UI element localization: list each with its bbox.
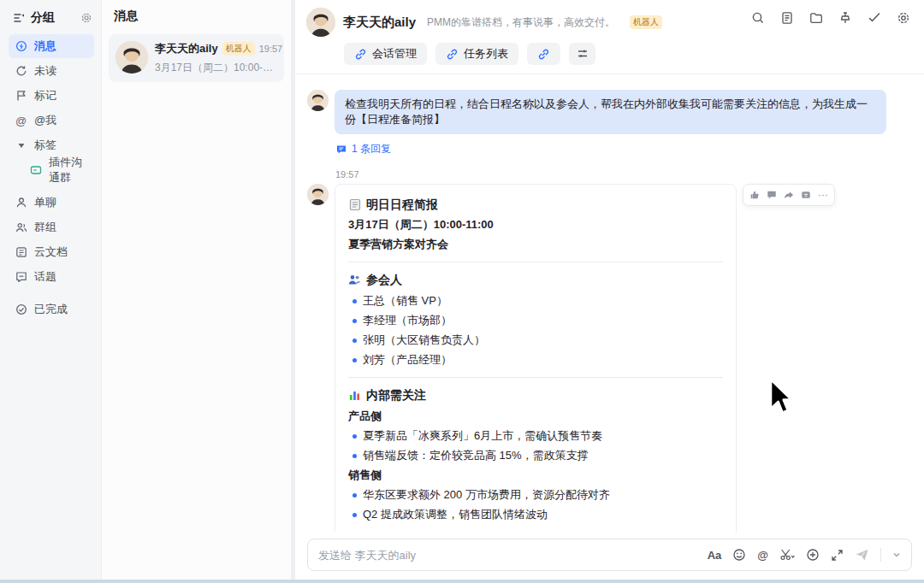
- reply-count-link[interactable]: 1 条回复: [335, 142, 924, 156]
- chat-title: 李天天的aily: [343, 15, 416, 31]
- sidebar-item-labels[interactable]: 标签: [9, 133, 94, 157]
- window-bottom-edge: [0, 580, 924, 583]
- list-item: 李经理（市场部）: [348, 312, 723, 329]
- more-shortcuts-button[interactable]: [569, 43, 595, 65]
- card-datetime: 3月17日（周二）10:00-11:00: [348, 215, 723, 233]
- chat-item-preview: 3月17日（周二）10:00-11:00 夏季营…: [155, 61, 277, 75]
- mention-icon[interactable]: @: [757, 549, 768, 562]
- chat-panel: 李天天的aily PMM的靠谱搭档，有事说事，高效交付。 机器人 会话管理 任务…: [295, 0, 924, 580]
- folder-icon[interactable]: [808, 10, 823, 25]
- comment-icon[interactable]: [764, 187, 779, 203]
- add-attachment-icon[interactable]: [806, 548, 820, 562]
- link-icon: [446, 48, 459, 61]
- sidebar-item-label: 标签: [34, 138, 56, 153]
- sales-items-list: 华东区要求额外 200 万市场费用，资源分配待对齐 Q2 提成政策调整，销售团队…: [348, 486, 723, 523]
- person-icon: [15, 197, 27, 209]
- sidebar-item-messages[interactable]: 消息: [9, 34, 94, 58]
- user-message-row: 检查我明天所有的日程，结合日程名称以及参会人，帮我在内外部收集我可能需要关注的信…: [307, 90, 924, 134]
- group-sort-icon: [12, 12, 25, 25]
- sidebar-item-mentions[interactable]: @ @我: [9, 109, 94, 132]
- message-list-title: 消息: [109, 5, 284, 34]
- chat-item-name: 李天天的aily: [155, 41, 218, 56]
- avatar: [307, 90, 329, 111]
- sidebar-item-flagged[interactable]: 标记: [9, 84, 94, 108]
- link-icon: [354, 48, 367, 61]
- tag-icon: [29, 164, 42, 177]
- sidebar-item-label: @我: [34, 113, 56, 128]
- sales-side-label: 销售侧: [348, 467, 723, 484]
- emoji-icon[interactable]: [732, 548, 746, 562]
- sidebar: 分组 消息 未读 标记 @ @我: [0, 0, 101, 580]
- avatar[interactable]: [306, 8, 335, 37]
- participants-title: 参会人: [366, 271, 402, 289]
- check-circle-icon: [15, 303, 27, 316]
- chat-header-actions: [750, 10, 910, 25]
- document-icon[interactable]: [779, 10, 794, 25]
- caret-down-icon: [15, 139, 27, 152]
- card-event-name: 夏季营销方案对齐会: [348, 235, 723, 253]
- chat-header: 李天天的aily PMM的靠谱搭档，有事说事，高效交付。 机器人 会话管理 任务…: [295, 0, 924, 74]
- flag-icon: [15, 90, 27, 103]
- chat-list-item[interactable]: 李天天的aily 机器人 19:57 3月17日（周二）10:00-11:00 …: [109, 34, 284, 82]
- screenshot-scissors-icon[interactable]: [779, 548, 795, 562]
- chat-description: PMM的靠谱搭档，有事说事，高效交付。: [427, 15, 615, 30]
- list-item: 张明（大区销售负责人）: [348, 332, 723, 349]
- bar-chart-icon: [348, 389, 361, 402]
- sidebar-item-label: 未读: [34, 63, 56, 79]
- sidebar-item-docs[interactable]: 云文档: [9, 240, 94, 264]
- list-item: 销售端反馈：定价较竞品高 15%，需政策支撑: [348, 447, 723, 464]
- sidebar-header: 分组: [9, 7, 94, 34]
- tasks-check-icon[interactable]: [867, 10, 881, 25]
- message-scroll-area[interactable]: 检查我明天所有的日程，结合日程名称以及参会人，帮我在内外部收集我可能需要关注的信…: [295, 74, 924, 532]
- sticker-icon[interactable]: [798, 187, 814, 203]
- link-icon: [537, 48, 550, 61]
- divider: [880, 548, 881, 562]
- app-window: 分组 消息 未读 标记 @ @我: [0, 0, 924, 580]
- sidebar-item-unread[interactable]: 未读: [9, 59, 94, 83]
- message-timestamp: 19:57: [335, 169, 924, 180]
- bot-badge: 机器人: [222, 42, 255, 56]
- user-message-bubble: 检查我明天所有的日程，结合日程名称以及参会人，帮我在内外部收集我可能需要关注的信…: [335, 90, 886, 134]
- send-options-chevron-icon[interactable]: [892, 551, 901, 559]
- forward-icon[interactable]: [781, 187, 797, 203]
- reply-bubble-icon: [335, 143, 347, 156]
- search-icon[interactable]: [750, 10, 765, 25]
- pin-icon[interactable]: [838, 10, 852, 25]
- sliders-icon: [576, 48, 589, 61]
- tab-task-list[interactable]: 任务列表: [435, 43, 518, 65]
- tab-label: 会话管理: [372, 46, 417, 62]
- message-action-toolbar: ···: [743, 184, 835, 206]
- more-actions-icon[interactable]: ···: [815, 187, 831, 203]
- sidebar-item-plugin-group[interactable]: 插件沟通群: [9, 158, 94, 182]
- list-item: 王总（销售 VP）: [348, 292, 723, 309]
- sidebar-item-topics[interactable]: 话题: [9, 265, 94, 289]
- sidebar-item-direct-chats[interactable]: 单聊: [9, 191, 94, 215]
- cloud-doc-icon: [15, 246, 27, 259]
- sidebar-item-label: 单聊: [34, 195, 56, 210]
- avatar: [116, 41, 148, 74]
- sidebar-settings-gear-icon[interactable]: [80, 12, 92, 25]
- list-item: Q2 提成政策调整，销售团队情绪波动: [348, 506, 723, 523]
- sidebar-item-groups[interactable]: 群组: [9, 215, 94, 239]
- reply-count-label: 1 条回复: [352, 142, 391, 156]
- tab-personalize[interactable]: [527, 43, 560, 65]
- thumbs-up-icon[interactable]: [747, 187, 762, 203]
- tab-label: 任务列表: [464, 46, 508, 62]
- card-title: 明日日程简报: [366, 196, 438, 214]
- text-format-icon[interactable]: Aa: [708, 549, 722, 562]
- divider: [348, 262, 723, 262]
- participants-icon: [348, 274, 361, 286]
- product-items-list: 夏季新品「冰爽系列」6月上市，需确认预售节奏 销售端反馈：定价较竞品高 15%，…: [348, 427, 723, 464]
- sidebar-item-completed[interactable]: 已完成: [9, 297, 94, 321]
- topic-icon: [15, 271, 27, 284]
- sidebar-item-label: 消息: [34, 38, 56, 54]
- tab-session-manage[interactable]: 会话管理: [344, 43, 427, 65]
- expand-icon[interactable]: [831, 549, 844, 562]
- settings-gear-icon[interactable]: [896, 10, 910, 25]
- sidebar-item-label: 插件沟通群: [49, 155, 88, 186]
- message-input[interactable]: [318, 549, 696, 562]
- sidebar-item-label: 已完成: [34, 302, 68, 317]
- sidebar-title: 分组: [31, 10, 74, 26]
- send-icon[interactable]: [855, 548, 869, 562]
- message-input-row: Aa @: [307, 539, 912, 571]
